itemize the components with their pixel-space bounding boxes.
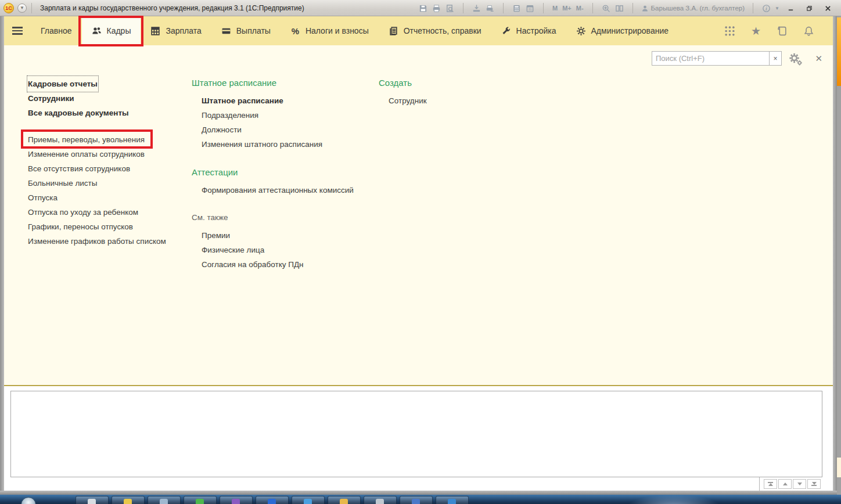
taskbar-app-icon: [88, 499, 96, 504]
tab-label: Главное: [41, 26, 72, 35]
tab-vyplaty[interactable]: Выплаты: [211, 16, 281, 45]
menu-item[interactable]: Сотрудники: [28, 91, 166, 106]
taskbar-app-button[interactable]: [148, 496, 181, 504]
attestation-list: Формирования аттестационных комиссий: [192, 183, 354, 197]
taskbar-app-button[interactable]: [184, 496, 217, 504]
start-button-icon[interactable]: [21, 497, 36, 504]
menu-item[interactable]: Премии: [202, 228, 354, 243]
menu-item[interactable]: Подразделения: [202, 108, 354, 123]
panel-column-staffing: Штатное расписание Штатное расписание По…: [192, 75, 354, 272]
tab-label: Кадры: [107, 26, 131, 35]
menu-item-priemy-perevody[interactable]: Приемы, переводы, увольнения: [28, 132, 145, 147]
taskbar-app-button[interactable]: [436, 496, 469, 504]
save-icon[interactable]: [418, 3, 428, 13]
panel-column-create: Создать Сотрудник: [379, 75, 427, 108]
taskbar-app-button[interactable]: [256, 496, 289, 504]
open-file-icon[interactable]: [472, 3, 481, 13]
taskbar-app-button[interactable]: [112, 496, 145, 504]
scroll-down-button[interactable]: [793, 479, 806, 489]
section-menubar: Главное Кадры Зарплата Выплаты % Налоги …: [4, 16, 833, 45]
current-user[interactable]: Барышева З.А. (гл. бухгалтер): [641, 5, 745, 12]
tab-label: Выплаты: [236, 26, 271, 35]
calculator-icon[interactable]: [512, 3, 522, 13]
all-functions-grid-icon[interactable]: [724, 26, 735, 37]
close-button[interactable]: [820, 3, 835, 14]
tab-administrirovanie[interactable]: Администрирование: [566, 16, 679, 45]
window-title: Зарплата и кадры государственного учрежд…: [40, 4, 304, 12]
tab-otchetnost[interactable]: Отчетность, справки: [379, 16, 491, 45]
memory-recall-button[interactable]: M: [552, 5, 558, 12]
divider: [503, 3, 504, 13]
create-list: Сотрудник: [379, 93, 427, 108]
system-menu-dropdown-icon[interactable]: ▼: [17, 3, 27, 13]
menu-item[interactable]: Согласия на обработку ПДн: [202, 257, 354, 272]
print-to-file-icon[interactable]: [485, 3, 495, 13]
scroll-up-button[interactable]: [778, 479, 792, 489]
taskbar-app-icon: [160, 499, 168, 504]
taskbar-app-button[interactable]: [76, 496, 109, 504]
menu-item-staffing-schedule[interactable]: Штатное расписание: [202, 93, 354, 108]
taskbar-app-icon: [376, 499, 384, 504]
taskbar-app-button[interactable]: [400, 496, 433, 504]
staffing-list: ПодразделенияДолжностиИзменения штатного…: [202, 108, 354, 152]
svg-text:i: i: [765, 5, 767, 11]
window-border-bottom: [0, 491, 837, 495]
restore-button[interactable]: [802, 3, 817, 14]
menu-item[interactable]: Все кадровые документы: [28, 106, 166, 120]
menu-item[interactable]: Отпуска по уходу за ребенком: [28, 205, 166, 219]
info-icon[interactable]: i: [761, 3, 771, 13]
panel-close-icon[interactable]: ✕: [815, 53, 822, 64]
taskbar-app-icon: [304, 499, 312, 504]
scroll-last-button[interactable]: [807, 479, 821, 489]
menu-item[interactable]: Кадровые отчеты: [28, 77, 98, 91]
panel-settings-gears-icon[interactable]: [788, 52, 803, 66]
print-preview-icon[interactable]: [445, 3, 455, 13]
tab-nastroyka[interactable]: Настройка: [491, 16, 566, 45]
menu-item[interactable]: Больничные листы: [28, 176, 166, 190]
windows-taskbar: [0, 495, 841, 504]
calendar-icon[interactable]: 31: [525, 3, 535, 13]
payment-card-icon: [221, 26, 231, 36]
taskbar-app-button[interactable]: [220, 496, 253, 504]
background-window-sliver: [837, 16, 841, 495]
zoom-icon[interactable]: [601, 3, 611, 13]
tab-glavnoe[interactable]: Главное: [31, 16, 82, 45]
menu-item[interactable]: Физические лица: [202, 243, 354, 257]
menu-item[interactable]: Сотрудник: [389, 93, 427, 108]
user-icon: [641, 5, 649, 12]
scroll-first-button[interactable]: [764, 479, 777, 489]
minimize-button[interactable]: [783, 3, 798, 14]
menu-item[interactable]: Графики, переносы отпусков: [28, 219, 166, 234]
split-window-icon[interactable]: [614, 3, 624, 13]
notifications-bell-icon[interactable]: [803, 26, 814, 37]
main-menu-hamburger-icon[interactable]: [4, 16, 31, 45]
start-page-frame: [10, 391, 822, 477]
section-header-create: Создать: [379, 75, 427, 91]
menu-item[interactable]: Формирования аттестационных комиссий: [202, 183, 354, 197]
menu-item[interactable]: Изменение оплаты сотрудников: [28, 147, 166, 161]
window-border-right: [833, 16, 837, 495]
memory-subtract-button[interactable]: M-: [576, 5, 584, 12]
tab-zarplata[interactable]: Зарплата: [141, 16, 211, 45]
print-icon[interactable]: [432, 3, 441, 13]
search-input[interactable]: [652, 51, 769, 66]
info-dropdown-icon[interactable]: ▼: [775, 6, 779, 11]
taskbar-app-button[interactable]: [292, 496, 325, 504]
tab-kadry[interactable]: Кадры: [82, 16, 141, 45]
taskbar-app-button[interactable]: [364, 496, 397, 504]
tab-nalogi[interactable]: % Налоги и взносы: [281, 16, 379, 45]
search-clear-button[interactable]: ×: [769, 51, 782, 66]
menu-item[interactable]: Изменение графиков работы списком: [28, 234, 166, 249]
taskbar-app-icon: [340, 499, 348, 504]
menu-item[interactable]: Изменения штатного расписания: [202, 137, 354, 152]
taskbar-app-icon: [196, 499, 204, 504]
taskbar-app-button[interactable]: [328, 496, 361, 504]
history-icon[interactable]: [777, 26, 788, 37]
menu-item[interactable]: Должности: [202, 123, 354, 137]
tab-label: Зарплата: [166, 26, 201, 35]
tab-label: Отчетность, справки: [404, 26, 481, 35]
menu-item[interactable]: Отпуска: [28, 190, 166, 205]
menu-item[interactable]: Все отсутствия сотрудников: [28, 161, 166, 176]
memory-add-button[interactable]: M+: [562, 5, 572, 12]
favorites-star-icon[interactable]: ★: [751, 26, 761, 37]
